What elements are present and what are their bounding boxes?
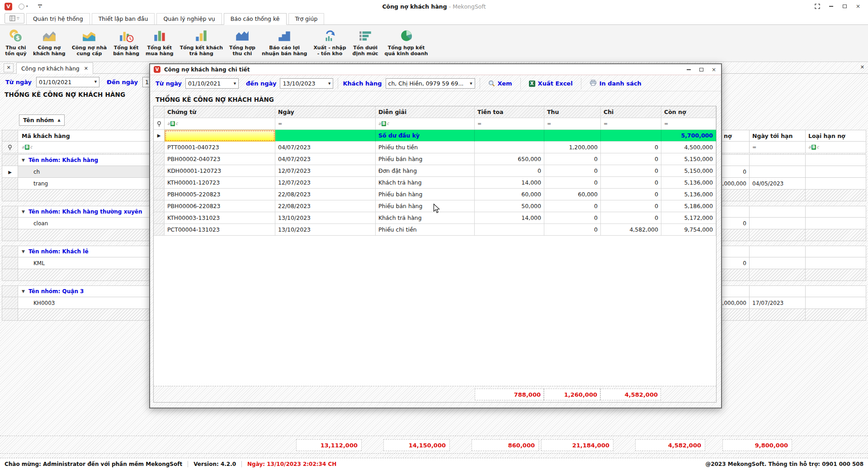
collapse-icon[interactable]: ▼: [22, 249, 25, 254]
ribbon-button-cong-no-khach-hang[interactable]: Công nợkhách hàng: [30, 27, 69, 57]
ribbon-button-xuat-nhap-ton-kho[interactable]: Xuất - nhập- tồn kho: [310, 27, 349, 57]
column-header-ngay-toi-han[interactable]: Ngày tới hạn: [750, 130, 806, 142]
voucher-row[interactable]: PBH00005-220823 22/08/2023 Phiếu bán hàn…: [154, 189, 716, 200]
tab-tro-giup[interactable]: Trợ giúp: [288, 13, 325, 24]
collapse-icon[interactable]: ▼: [22, 158, 25, 162]
ribbon-button-thu-chi-ton-quy[interactable]: €$ Thu chitồn quỹ: [2, 27, 30, 57]
column-header-thu[interactable]: Thu: [544, 106, 601, 118]
toolbar-customize-icon[interactable]: ▾: [38, 5, 42, 8]
voucher-row[interactable]: KTH00001-120723 12/07/2023 Khách trả hàn…: [154, 177, 716, 189]
to-date-label: Đến ngày: [107, 79, 138, 85]
close-button[interactable]: ×: [710, 66, 717, 73]
column-header-con-no[interactable]: Còn nợ: [661, 106, 716, 118]
tab-thiet-lap-ban-dau[interactable]: Thiết lập ban đầu: [92, 13, 155, 24]
export-excel-button[interactable]: X Xuất Excel: [525, 80, 576, 87]
text-filter-icon: aBc: [22, 145, 32, 150]
quick-access-toolbar[interactable]: ▾: [19, 4, 28, 9]
filter-cell[interactable]: =: [275, 118, 376, 130]
filter-cell[interactable]: aBc: [806, 142, 866, 153]
dialog-titlebar[interactable]: V Công nợ khách hàng chi tiết ×: [150, 64, 721, 75]
tab-quan-ly-nghiep-vu[interactable]: Quản lý nghiệp vụ: [156, 13, 222, 24]
maximize-button[interactable]: [841, 3, 848, 9]
ribbon-button-bao-cao-loi-nhuan[interactable]: Báo cáo lợinhuận bán hàng: [259, 27, 311, 57]
group-by-button[interactable]: Tên nhóm ▲: [19, 114, 65, 126]
total-cell: 9,800,000: [722, 439, 792, 451]
voucher-code: PBH00002-040723: [165, 153, 275, 165]
customer-value: ch, Chị Hiền, 0979 59 69...: [388, 80, 464, 87]
amount-con-no: 5,136,000: [661, 189, 716, 200]
amount-tien-toa: 14,000: [475, 212, 544, 224]
fullscreen-icon[interactable]: [814, 3, 821, 9]
column-header-tien-toa[interactable]: Tiền toa: [475, 106, 544, 118]
minimize-button[interactable]: [685, 66, 692, 73]
maximize-button[interactable]: [698, 66, 705, 73]
filter-cell[interactable]: =: [661, 118, 716, 130]
ribbon-button-ton-duoi-dinh-muc[interactable]: Tồn dướiđịnh mức: [349, 27, 382, 57]
pin-icon: [156, 121, 162, 127]
debt-grid-rows: 0 ,000,000 04/05/2023 0: [721, 154, 866, 321]
ribbon-button-cong-no-nha-cung-cap[interactable]: Công nợ nhàcung cấp: [69, 27, 110, 57]
voucher-row[interactable]: KTH00003-131023 13/10/2023 Khách trả hàn…: [154, 212, 716, 224]
total-cell: 860,000: [472, 439, 539, 451]
amount-chi: 0: [601, 153, 661, 165]
chevron-down-icon[interactable]: ▼: [466, 82, 472, 85]
focused-cell[interactable]: [165, 130, 275, 142]
chevron-down-icon[interactable]: ▼: [325, 82, 330, 85]
voucher-row[interactable]: PTT00001-040723 04/07/2023 Phiếu thu tiề…: [154, 142, 716, 153]
column-header-ngay[interactable]: Ngày: [275, 106, 376, 118]
filter-cell[interactable]: =: [475, 118, 544, 130]
debt-row[interactable]: 0: [721, 257, 866, 269]
debt-row[interactable]: 0: [721, 166, 866, 178]
equals-filter-icon: =: [278, 121, 282, 127]
debt-row[interactable]: 0: [721, 218, 866, 229]
status-date: Ngày: 13/10/2023 2:02:34 CH: [247, 461, 336, 467]
column-header-chung-tu[interactable]: Chứng từ: [165, 106, 275, 118]
ribbon-button-tong-hop-thu-chi[interactable]: Tổng hợpthu chi: [226, 27, 259, 57]
voucher-row[interactable]: PBH00006-220823 22/08/2023 Phiếu bán hàn…: [154, 200, 716, 212]
ribbon-button-tong-ket-ban-hang[interactable]: Tổng kếtbán hàng: [110, 27, 142, 57]
from-date-input[interactable]: 01/10/2021 ▼: [36, 77, 99, 87]
text-filter-icon: aBc: [167, 121, 178, 126]
tab-close-icon[interactable]: ✕: [84, 66, 88, 71]
from-date-input[interactable]: 01/10/2021 ▼: [185, 78, 239, 89]
collapse-icon[interactable]: ▼: [22, 289, 25, 294]
customer-select[interactable]: ch, Chị Hiền, 0979 59 69... ▼: [386, 78, 475, 89]
voucher-row[interactable]: KDH00001-120723 12/07/2023 Đơn đặt hàng …: [154, 165, 716, 177]
close-button[interactable]: ×: [854, 3, 862, 9]
voucher-row[interactable]: PCT00004-131023 13/10/2023 Phiếu chi tiề…: [154, 224, 716, 236]
column-header-dien-giai[interactable]: Diễn giải: [376, 106, 475, 118]
column-header-chi[interactable]: Chi: [601, 106, 661, 118]
filter-cell[interactable]: aBc: [165, 118, 275, 130]
filter-cell[interactable]: [721, 142, 750, 153]
chevron-down-icon[interactable]: ▼: [91, 80, 97, 84]
chevron-down-icon[interactable]: ▼: [230, 82, 236, 85]
minimize-button[interactable]: [827, 3, 835, 9]
tab-strip-close-icon[interactable]: ✕: [4, 63, 14, 72]
tab-bao-cao-thong-ke[interactable]: Báo cáo thống kê: [224, 13, 287, 25]
tab-quan-tri-he-thong[interactable]: Quản trị hệ thống: [26, 13, 90, 24]
filter-cell[interactable]: =: [544, 118, 601, 130]
column-header-no[interactable]: nợ: [721, 130, 750, 142]
debt-row[interactable]: ,000,000 17/07/2023: [721, 297, 866, 309]
tab-strip-right-close-icon[interactable]: ✕: [860, 64, 864, 70]
filter-cell[interactable]: aBc: [376, 118, 475, 130]
debt-row[interactable]: ,000,000 04/05/2023: [721, 178, 866, 190]
voucher-desc: Phiếu chi tiền: [376, 224, 475, 236]
ribbon-button-tong-ket-khach-tra-hang[interactable]: Tổng kết kháchtrả hàng: [177, 27, 226, 57]
filter-cell[interactable]: =: [601, 118, 661, 130]
ribbon-button-tong-hop-ket-qua-kinh-doanh[interactable]: Tổng hợp kếtquả kinh doanh: [382, 27, 431, 57]
to-date-input[interactable]: 13/10/2023 ▼: [280, 78, 333, 89]
collapse-icon[interactable]: ▼: [22, 209, 25, 214]
print-list-button[interactable]: In danh sách: [586, 80, 645, 87]
voucher-code: KTH00001-120723: [165, 177, 275, 189]
application-menu-button[interactable]: ▽: [5, 13, 24, 24]
filter-cell[interactable]: =: [750, 142, 806, 153]
equals-filter-icon: =: [664, 121, 668, 127]
view-button[interactable]: Xem: [485, 80, 516, 87]
voucher-row[interactable]: PBH00002-040723 04/07/2023 Phiếu bán hàn…: [154, 153, 716, 165]
column-header-loai-han-no[interactable]: Loại hạn nợ: [806, 130, 866, 142]
opening-balance-row[interactable]: ▶ Số dư đầu kỳ 5,700,000: [154, 130, 716, 142]
ribbon-button-tong-ket-mua-hang[interactable]: Tổng kếtmua hàng: [142, 27, 177, 57]
document-tab-cong-no-khach-hang[interactable]: Công nợ khách hàng ✕: [16, 62, 93, 74]
debt-type: [806, 166, 866, 178]
